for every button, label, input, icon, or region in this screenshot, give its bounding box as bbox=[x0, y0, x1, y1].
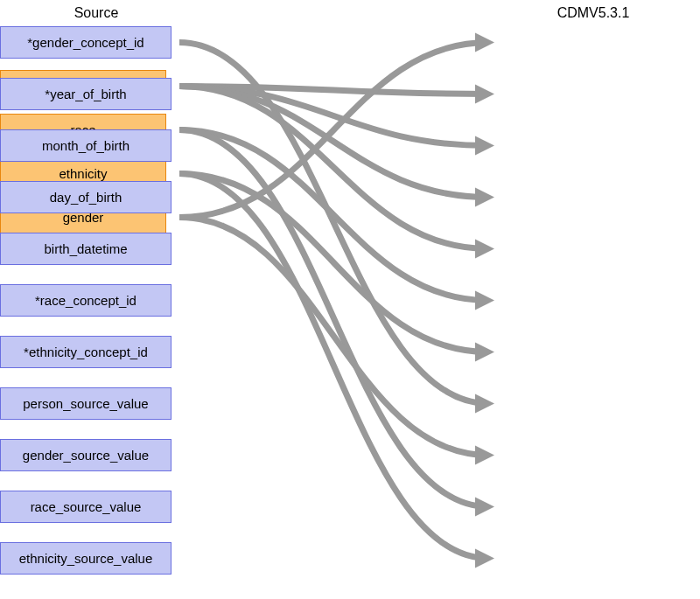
target-field-person-source-value[interactable]: person_source_value bbox=[0, 387, 172, 420]
mapping-link[interactable] bbox=[179, 87, 488, 146]
target-field-label: birth_datetime bbox=[44, 241, 127, 256]
mapping-diagram: { "titles": { "source": "Source", "targe… bbox=[0, 0, 700, 599]
mapping-link[interactable] bbox=[179, 43, 488, 404]
target-field-label: *gender_concept_id bbox=[27, 35, 144, 50]
target-field-label: gender_source_value bbox=[23, 448, 149, 463]
source-column-title: Source bbox=[13, 5, 179, 21]
mapping-link[interactable] bbox=[179, 43, 488, 218]
target-column-title: CDMV5.3.1 bbox=[508, 5, 679, 21]
target-field-gender-source-value[interactable]: gender_source_value bbox=[0, 439, 172, 471]
mapping-link[interactable] bbox=[179, 130, 488, 507]
target-field-label: *ethnicity_concept_id bbox=[24, 345, 148, 359]
target-field-month-of-birth[interactable]: month_of_birth bbox=[0, 129, 172, 162]
target-field-birth-datetime[interactable]: birth_datetime bbox=[0, 233, 172, 265]
target-field-race-source-value[interactable]: race_source_value bbox=[0, 491, 172, 523]
target-field-race-concept-id[interactable]: *race_concept_id bbox=[0, 284, 172, 317]
target-field-year-of-birth[interactable]: *year_of_birth bbox=[0, 78, 172, 110]
mapping-link[interactable] bbox=[179, 174, 488, 352]
target-field-label: day_of_birth bbox=[50, 190, 122, 205]
target-field-label: *year_of_birth bbox=[45, 87, 126, 101]
target-field-ethnicity-source-value[interactable]: ethnicity_source_value bbox=[0, 542, 172, 575]
mapping-link[interactable] bbox=[179, 130, 488, 301]
mapping-link[interactable] bbox=[179, 87, 488, 94]
target-field-ethnicity-concept-id[interactable]: *ethnicity_concept_id bbox=[0, 336, 172, 368]
target-field-label: person_source_value bbox=[23, 396, 148, 411]
source-field-label: ethnicity bbox=[59, 166, 107, 181]
mapping-link[interactable] bbox=[179, 218, 488, 456]
mapping-link[interactable] bbox=[179, 87, 488, 198]
target-field-label: ethnicity_source_value bbox=[19, 551, 153, 566]
target-field-label: *race_concept_id bbox=[35, 293, 136, 308]
target-field-gender-concept-id[interactable]: *gender_concept_id bbox=[0, 26, 172, 59]
target-field-label: race_source_value bbox=[31, 499, 142, 514]
mapping-link[interactable] bbox=[179, 174, 488, 559]
mapping-link[interactable] bbox=[179, 87, 488, 249]
target-field-day-of-birth[interactable]: day_of_birth bbox=[0, 181, 172, 213]
target-field-label: month_of_birth bbox=[42, 138, 130, 153]
